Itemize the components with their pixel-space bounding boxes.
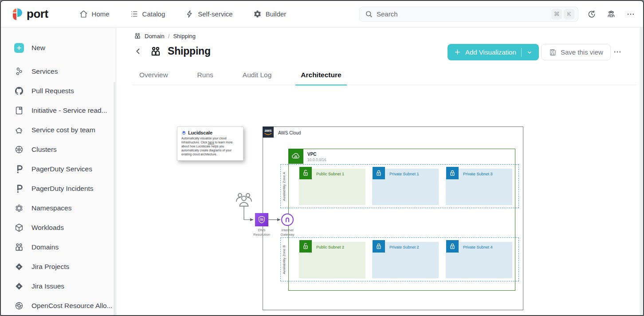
- nav-right-icons: [587, 10, 635, 19]
- breadcrumb-root[interactable]: Domain: [145, 33, 165, 40]
- plus-icon: [14, 43, 24, 53]
- chevron-down-icon[interactable]: [526, 49, 533, 55]
- chevron-left-icon: [134, 47, 142, 55]
- home-icon: [79, 10, 88, 18]
- sidebar-item-pagerduty-services[interactable]: PagerDuty Services: [1, 159, 116, 179]
- tab-divider-line: [132, 85, 636, 85]
- top-nav: port Home Catalog Self-service Builder S…: [1, 1, 643, 28]
- subnet-public-1: Public Subnet 1: [299, 169, 365, 205]
- sidebar-item-label: Clusters: [31, 146, 57, 154]
- more-icon: [613, 47, 622, 56]
- subnet-label: Private Subnet 1: [389, 172, 419, 176]
- nav-self-service[interactable]: Self-service: [185, 10, 232, 18]
- open-lock-icon: [299, 167, 312, 179]
- subnet-label: Private Subnet 3: [463, 172, 493, 176]
- nav-catalog[interactable]: Catalog: [130, 10, 165, 18]
- add-visualization-button[interactable]: Add Visualization: [448, 44, 539, 60]
- sidebar-item-workloads[interactable]: Workloads: [1, 218, 116, 237]
- group-icon: [134, 32, 141, 40]
- catalog-icon: [130, 10, 138, 18]
- primary-nav: Home Catalog Self-service Builder: [79, 10, 287, 18]
- sidebar-item-domains[interactable]: Domains: [1, 237, 116, 257]
- wheel-icon: [14, 301, 24, 311]
- sidebar-item-new[interactable]: New: [1, 38, 116, 58]
- subnet-private-1: Private Subnet 1: [372, 169, 439, 205]
- history-icon[interactable]: [587, 10, 596, 19]
- subnet-private-4: Private Subnet 4: [446, 242, 512, 278]
- sidebar-item-pagerduty-incidents[interactable]: PagerDuty Incidents: [1, 179, 116, 198]
- sidebar-item-label: Services: [31, 67, 58, 75]
- subnet-public-2: Public Subnet 2: [299, 242, 365, 278]
- piggy-bank-icon: [14, 125, 24, 135]
- back-button[interactable]: [134, 47, 144, 56]
- subnet-label: Private Subnet 2: [389, 245, 419, 249]
- lucidscale-logo-icon: [181, 130, 186, 135]
- sidebar-item-label: Service cost by team: [31, 126, 95, 134]
- sidebar: New Services Pull Requests Initiative - …: [1, 28, 116, 316]
- lucid-here-link[interactable]: here: [208, 141, 214, 144]
- sidebar-item-services[interactable]: Services: [1, 62, 116, 81]
- sidebar-item-clusters[interactable]: Clusters: [1, 140, 116, 159]
- sidebar-item-jira-issues[interactable]: Jira Issues: [1, 276, 116, 296]
- nav-builder-label: Builder: [266, 10, 287, 18]
- internet-gateway-icon: [281, 213, 294, 226]
- open-lock-icon: [299, 240, 312, 253]
- zone-b-label: Availability Zone B: [282, 243, 286, 276]
- sidebar-item-jira-projects[interactable]: Jira Projects: [1, 257, 116, 276]
- app-window: port Home Catalog Self-service Builder S…: [0, 0, 644, 316]
- save-view-button[interactable]: Save this view: [541, 44, 611, 60]
- gear-icon: [253, 10, 262, 18]
- lock-icon: [373, 167, 385, 179]
- subnet-label: Private Subnet 4: [463, 245, 493, 249]
- vpc-icon: [288, 149, 303, 164]
- tab-overview[interactable]: Overview: [134, 67, 173, 86]
- domain-icon: [150, 46, 161, 57]
- search-icon: [365, 10, 373, 18]
- sidebar-item-namespaces[interactable]: Namespaces: [1, 198, 116, 218]
- tab-audit-log[interactable]: Audit Log: [237, 67, 277, 86]
- nav-home[interactable]: Home: [79, 10, 110, 18]
- button-divider: [521, 48, 522, 57]
- breadcrumb-separator: /: [168, 33, 170, 40]
- more-icon[interactable]: [626, 10, 635, 19]
- notebook-icon: [14, 106, 24, 115]
- zone-a-label: Availability Zone A: [282, 170, 286, 203]
- sidebar-item-opencost[interactable]: OpenCost Resource Allo...: [1, 296, 116, 316]
- sidebar-new-label: New: [31, 44, 45, 52]
- page-more-button[interactable]: [611, 47, 624, 57]
- subnet-private-3: Private Subnet 3: [446, 169, 512, 205]
- vpc-label: VPC: [307, 152, 317, 157]
- sidebar-item-label: PagerDuty Incidents: [31, 185, 94, 193]
- search-placeholder: Search: [377, 10, 550, 18]
- lucidscale-header: Lucidscale: [181, 130, 239, 135]
- tab-runs[interactable]: Runs: [192, 67, 219, 86]
- port-logo-icon: [12, 8, 24, 21]
- nav-builder[interactable]: Builder: [253, 10, 287, 18]
- subnet-label: Public Subnet 2: [316, 245, 344, 249]
- sidebar-scrollbar[interactable]: [114, 82, 115, 316]
- title-row: Shipping: [134, 45, 211, 57]
- tab-bar: Overview Runs Audit Log Architecture: [134, 67, 347, 86]
- kbd-k: K: [564, 9, 574, 20]
- sidebar-item-pull-requests[interactable]: Pull Requests: [1, 81, 116, 101]
- sidebar-item-service-cost[interactable]: Service cost by team: [1, 120, 116, 140]
- add-visualization-label: Add Visualization: [465, 48, 516, 56]
- team-icon[interactable]: [607, 10, 616, 19]
- cube-icon: [14, 223, 24, 233]
- sidebar-item-label: Domains: [31, 243, 59, 251]
- sidebar-item-label: Workloads: [31, 224, 64, 232]
- search-input[interactable]: Search ⌘ K: [359, 7, 578, 22]
- lucidscale-body: Automatically visualize your cloud infra…: [181, 137, 239, 157]
- group-icon: [14, 242, 24, 252]
- sidebar-item-initiative[interactable]: Initiative - Service read...: [1, 101, 116, 120]
- page-scrollbar[interactable]: [640, 28, 643, 316]
- port-logo[interactable]: port: [12, 7, 48, 21]
- aws-cloud-label: AWS Cloud: [278, 130, 301, 135]
- route53-dns-icon: 53: [255, 213, 268, 226]
- sidebar-item-label: Pull Requests: [31, 87, 74, 95]
- bolt-icon: [185, 10, 194, 18]
- aws-logo-icon: aws: [263, 126, 274, 138]
- tab-architecture[interactable]: Architecture: [295, 67, 346, 86]
- main-content: Domain / Shipping Shipping Add Visualiza…: [116, 28, 643, 316]
- jira-icon: [14, 262, 24, 272]
